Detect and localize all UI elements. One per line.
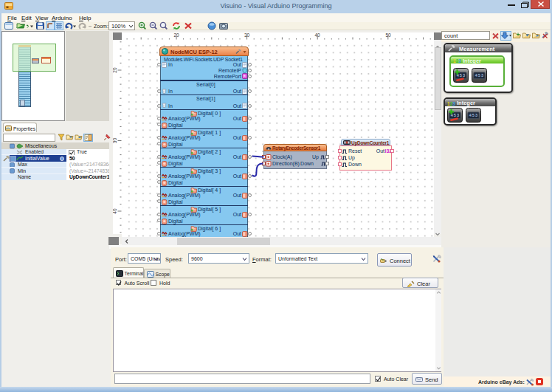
svg-text:5: 5 [472,113,475,117]
svg-text:20: 20 [113,67,117,73]
svg-text:4: 4 [469,113,472,117]
svg-text:40: 40 [113,208,117,214]
svg-text:5: 5 [460,73,462,78]
svg-text:3: 3 [457,113,459,117]
svg-text:3: 3 [475,113,477,117]
svg-text:123: 123 [447,100,455,106]
svg-text:3: 3 [481,73,483,78]
svg-text:30: 30 [113,138,117,144]
svg-text:5: 5 [454,113,456,117]
svg-text:123: 123 [453,58,461,63]
svg-text:4: 4 [475,73,477,78]
svg-text:3: 3 [463,73,465,78]
svg-text:5: 5 [478,73,480,78]
